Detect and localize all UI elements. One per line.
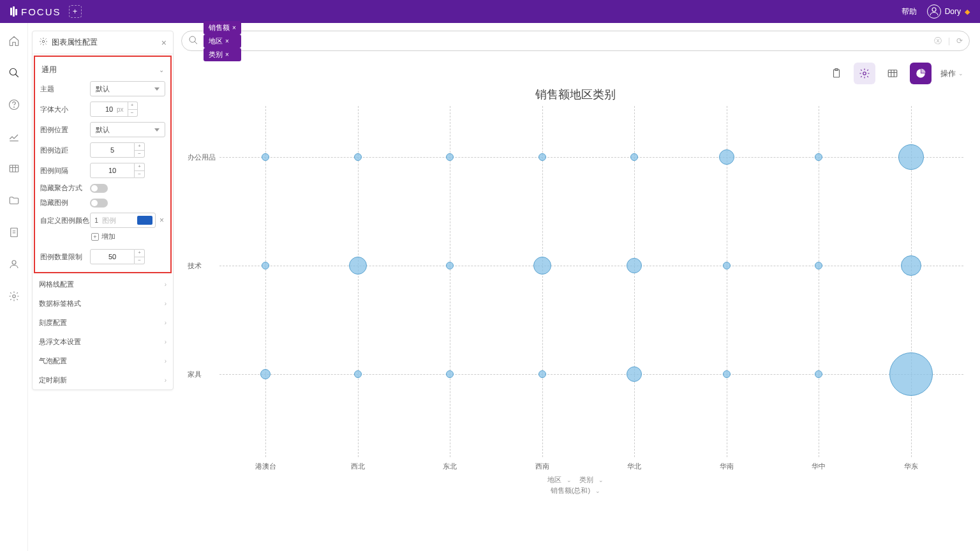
font-size-input[interactable] xyxy=(90,102,128,117)
hide-agg-toggle[interactable] xyxy=(90,184,108,193)
app-name: FOCUS xyxy=(21,6,61,17)
footer-measure[interactable]: 销售额(总和) xyxy=(551,487,590,494)
hide-legend-toggle[interactable] xyxy=(90,199,108,208)
query-pill[interactable]: 类别× xyxy=(204,48,241,61)
bubble-point[interactable] xyxy=(538,370,546,378)
hide-agg-label: 隐藏聚合方式 xyxy=(40,183,90,193)
bubble-point[interactable] xyxy=(262,153,269,161)
bubble-point[interactable] xyxy=(815,153,822,161)
bubble-point[interactable] xyxy=(262,262,269,269)
bubble-point[interactable] xyxy=(354,370,362,378)
query-bar[interactable]: 销售额×地区×类别× ⓧ | ⟳ xyxy=(181,31,970,51)
refresh-query-button[interactable]: ⟳ xyxy=(956,36,963,45)
rail-chart[interactable] xyxy=(4,126,24,147)
legend-gap-input[interactable] xyxy=(90,163,135,178)
legend-margin-spinner[interactable]: +− xyxy=(135,142,145,158)
svg-rect-13 xyxy=(888,70,897,77)
tool-settings[interactable] xyxy=(854,63,875,84)
legend-position-select[interactable]: 默认 xyxy=(90,122,165,137)
pill-remove-icon[interactable]: × xyxy=(225,38,229,45)
pill-remove-icon[interactable]: × xyxy=(232,24,236,31)
color-input[interactable]: 1 图例 xyxy=(90,213,156,228)
bubble-point[interactable] xyxy=(627,258,642,273)
bubble-point[interactable] xyxy=(260,369,271,379)
pill-remove-icon[interactable]: × xyxy=(225,51,229,58)
chart-config-panel: 图表属性配置 × 通用 ⌄ 主题 默认 字体大小 px +− 图例位置 默认 图… xyxy=(32,31,174,390)
chevron-down-icon: ⌄ xyxy=(958,70,963,77)
bubble-point[interactable] xyxy=(815,370,822,378)
bubble-point[interactable] xyxy=(723,262,731,269)
bubble-point[interactable] xyxy=(349,257,367,275)
chevron-right-icon: › xyxy=(165,319,167,326)
color-index: 1 xyxy=(93,216,100,224)
x-axis-label: 华东 xyxy=(904,462,918,471)
clear-query-button[interactable]: ⓧ xyxy=(934,36,942,47)
x-axis-label: 华北 xyxy=(627,462,641,471)
footer-dim2[interactable]: 类别 xyxy=(579,476,593,483)
user-menu[interactable]: Dory ◆ xyxy=(927,4,970,19)
bubble-point[interactable] xyxy=(898,144,924,170)
bubble-point[interactable] xyxy=(446,262,454,269)
user-name: Dory xyxy=(945,7,961,16)
x-axis-label: 西南 xyxy=(535,462,549,471)
chevron-right-icon: › xyxy=(165,300,167,307)
tool-chart-type[interactable] xyxy=(910,63,932,84)
font-size-spinner[interactable]: +− xyxy=(128,102,138,117)
bubble-point[interactable] xyxy=(533,257,551,275)
panel-close-button[interactable]: × xyxy=(161,38,167,48)
bubble-point[interactable] xyxy=(354,153,362,161)
new-tab-button[interactable]: + xyxy=(69,5,82,18)
topbar: FOCUS + 帮助 Dory ◆ xyxy=(0,0,980,23)
topbar-left: FOCUS + xyxy=(10,5,82,18)
bubble-point[interactable] xyxy=(719,149,734,165)
section-定时刷新[interactable]: 定时刷新› xyxy=(33,370,173,389)
section-气泡配置[interactable]: 气泡配置› xyxy=(33,351,173,370)
bubble-point[interactable] xyxy=(723,370,731,378)
section-general-header[interactable]: 通用 ⌄ xyxy=(39,61,167,79)
rail-table[interactable] xyxy=(4,158,24,179)
legend-margin-input[interactable] xyxy=(90,142,135,158)
tool-clipboard[interactable] xyxy=(826,63,847,84)
bubble-point[interactable] xyxy=(446,370,454,378)
bubble-point[interactable] xyxy=(538,153,546,161)
rail-help[interactable] xyxy=(4,94,24,115)
app-logo[interactable]: FOCUS xyxy=(10,6,61,17)
query-pill[interactable]: 地区× xyxy=(204,34,241,48)
x-axis-label: 港澳台 xyxy=(255,462,276,471)
tool-table[interactable] xyxy=(882,63,903,84)
rail-data[interactable] xyxy=(4,222,24,243)
bubble-point[interactable] xyxy=(446,153,454,161)
legend-gap-spinner[interactable]: +− xyxy=(135,163,145,178)
rail-home[interactable] xyxy=(4,31,24,51)
theme-label: 主题 xyxy=(40,84,90,94)
color-remove-button[interactable]: × xyxy=(158,216,165,225)
section-数据标签格式[interactable]: 数据标签格式› xyxy=(33,294,173,313)
legend-limit-spinner[interactable]: +− xyxy=(135,249,145,264)
chart-footer: 地区⌄ 类别⌄ 销售额(总和)⌄ xyxy=(181,474,970,497)
legend-limit-input[interactable] xyxy=(90,249,135,264)
legend-limit-row: 图例数量限制 +− xyxy=(39,246,167,267)
bubble-point[interactable] xyxy=(901,255,921,276)
rail-folder[interactable] xyxy=(4,190,24,211)
theme-select[interactable]: 默认 xyxy=(90,81,165,96)
gridline-h xyxy=(219,374,963,375)
color-swatch[interactable] xyxy=(137,216,152,225)
query-pill[interactable]: 销售额× xyxy=(204,21,241,34)
operate-label: 操作 xyxy=(940,68,956,79)
section-刻度配置[interactable]: 刻度配置› xyxy=(33,313,173,332)
section-网格线配置[interactable]: 网格线配置› xyxy=(33,275,173,294)
bubble-point[interactable] xyxy=(630,153,638,161)
rail-settings[interactable] xyxy=(4,286,24,306)
footer-dim1[interactable]: 地区 xyxy=(547,476,561,483)
bubble-point[interactable] xyxy=(627,366,642,382)
svg-point-9 xyxy=(189,36,195,42)
section-悬浮文本设置[interactable]: 悬浮文本设置› xyxy=(33,332,173,351)
bubble-point[interactable] xyxy=(889,352,933,396)
add-color-button[interactable]: + 增加 xyxy=(39,230,167,243)
help-link[interactable]: 帮助 xyxy=(902,6,917,17)
hide-legend-row: 隐藏图例 xyxy=(39,195,167,210)
operate-button[interactable]: 操作 ⌄ xyxy=(938,68,966,79)
rail-search[interactable] xyxy=(4,63,24,83)
bubble-point[interactable] xyxy=(815,262,822,269)
rail-user[interactable] xyxy=(4,254,24,275)
